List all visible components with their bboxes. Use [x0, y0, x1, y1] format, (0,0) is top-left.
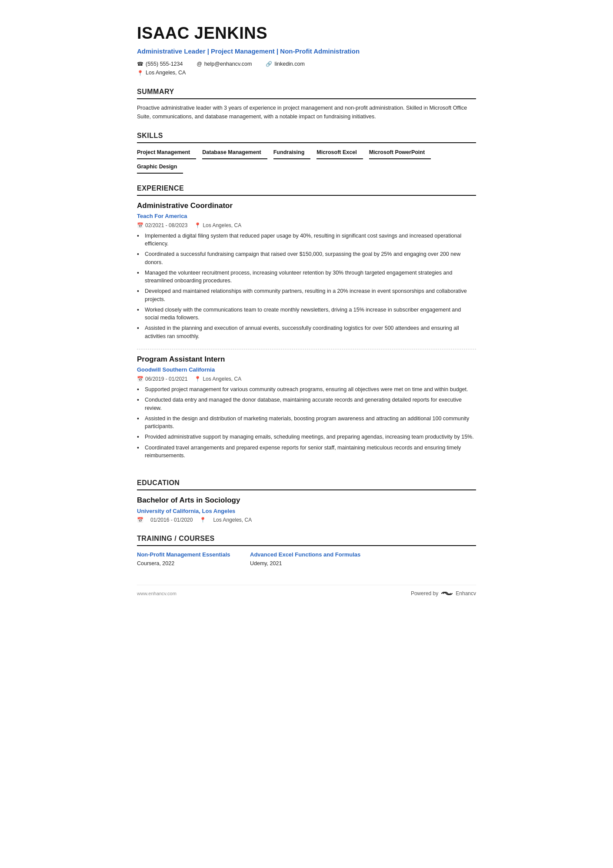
footer: www.enhancv.com Powered by Enhancv	[137, 585, 476, 597]
bullet-text: Coordinated travel arrangements and prep…	[145, 444, 476, 460]
resume-page: ISAAC JENKINS Administrative Leader | Pr…	[111, 0, 502, 623]
location-text: Los Angeles, CA	[203, 375, 241, 383]
job-location: 📍 Los Angeles, CA	[194, 221, 241, 229]
job-date: 📅 06/2019 - 01/2021	[137, 375, 187, 383]
bullet-item: Assisted in the design and distribution …	[137, 415, 476, 431]
bullet-item: Conducted data entry and managed the don…	[137, 396, 476, 412]
linkedin-item: 🔗 linkedin.com	[266, 60, 304, 68]
phone-number: (555) 555-1234	[146, 60, 183, 68]
bullet-item: Assisted in the planning and execution o…	[137, 324, 476, 341]
training-item: Advanced Excel Functions and Formulas Ud…	[250, 550, 360, 567]
contact-row: ☎ (555) 555-1234 @ help@enhancv.com 🔗 li…	[137, 60, 476, 68]
training-section-title: TRAINING / COURSES	[137, 533, 476, 546]
powered-by-text: Powered by	[411, 590, 438, 597]
skill-tag: Microsoft PowerPoint	[369, 147, 431, 159]
bullet-item: Provided administrative support by manag…	[137, 433, 476, 442]
location-row: 📍 Los Angeles, CA	[137, 69, 476, 77]
bullet-item: Worked closely with the communications t…	[137, 306, 476, 322]
footer-website: www.enhancv.com	[137, 590, 177, 597]
edu-location-icon: 📍	[200, 516, 206, 524]
email-item: @ help@enhancv.com	[197, 60, 252, 68]
bullet-item: Implemented a digital filing system that…	[137, 232, 476, 248]
header: ISAAC JENKINS Administrative Leader | Pr…	[137, 21, 476, 77]
skill-tag: Fundraising	[273, 147, 311, 159]
calendar-icon: 📅	[137, 221, 143, 229]
location-text: Los Angeles, CA	[146, 69, 186, 77]
bullet-item: Managed the volunteer recruitment proces…	[137, 269, 476, 285]
bullet-list: Supported project management for various…	[137, 385, 476, 460]
training-detail: Udemy, 2021	[250, 560, 360, 568]
bullet-text: Worked closely with the communications t…	[145, 306, 476, 322]
skill-tag: Project Management	[137, 147, 196, 159]
skill-tag: Microsoft Excel	[316, 147, 363, 159]
bullet-text: Assisted in the design and distribution …	[145, 415, 476, 431]
summary-section-title: SUMMARY	[137, 87, 476, 99]
bullet-text: Coordinated a successful fundraising cam…	[145, 250, 476, 267]
location-icon: 📍	[137, 69, 143, 77]
job-title: Program Assistant Intern	[137, 354, 476, 365]
enhancv-logo: Powered by Enhancv	[411, 590, 476, 597]
company-name: Teach For America	[137, 212, 476, 221]
skills-grid: Project ManagementDatabase ManagementFun…	[137, 147, 476, 174]
skill-tag: Database Management	[202, 147, 267, 159]
training-section: TRAINING / COURSES Non-Profit Management…	[137, 533, 476, 567]
bullet-item: Supported project management for various…	[137, 385, 476, 394]
location-text: Los Angeles, CA	[203, 221, 241, 229]
candidate-title: Administrative Leader | Project Manageme…	[137, 47, 476, 57]
education-list: Bachelor of Arts in Sociology University…	[137, 495, 476, 524]
job-meta: 📅 02/2021 - 08/2023 📍 Los Angeles, CA	[137, 221, 476, 229]
bullet-item: Coordinated travel arrangements and prep…	[137, 444, 476, 460]
edu-meta: 📅 01/2016 - 01/2020 📍 Los Angeles, CA	[137, 516, 476, 524]
training-title: Advanced Excel Functions and Formulas	[250, 550, 360, 559]
edu-calendar-icon: 📅	[137, 516, 143, 524]
bullet-list: Implemented a digital filing system that…	[137, 232, 476, 341]
experience-list: Administrative Coordinator Teach For Ame…	[137, 200, 476, 469]
training-grid: Non-Profit Management Essentials Courser…	[137, 550, 476, 567]
bullet-item: Developed and maintained relationships w…	[137, 287, 476, 304]
edu-date-range: 01/2016 - 01/2020	[150, 516, 193, 524]
experience-section: EXPERIENCE Administrative Coordinator Te…	[137, 183, 476, 469]
experience-entry: Administrative Coordinator Teach For Ame…	[137, 200, 476, 349]
job-date: 📅 02/2021 - 08/2023	[137, 221, 187, 229]
job-meta: 📅 06/2019 - 01/2021 📍 Los Angeles, CA	[137, 375, 476, 383]
school-name: University of California, Los Angeles	[137, 507, 476, 516]
bullet-text: Conducted data entry and managed the don…	[145, 396, 476, 412]
enhancv-logo-icon	[441, 590, 453, 597]
email-address: help@enhancv.com	[204, 60, 252, 68]
linkedin-icon: 🔗	[266, 60, 272, 68]
date-range: 06/2019 - 01/2021	[145, 375, 187, 383]
company-name: Goodwill Southern California	[137, 365, 476, 374]
training-title: Non-Profit Management Essentials	[137, 550, 233, 559]
linkedin-url: linkedin.com	[274, 60, 304, 68]
calendar-icon: 📅	[137, 375, 143, 383]
skills-section-title: SKILLS	[137, 131, 476, 143]
experience-section-title: EXPERIENCE	[137, 183, 476, 196]
bullet-text: Managed the volunteer recruitment proces…	[145, 269, 476, 285]
education-section: EDUCATION Bachelor of Arts in Sociology …	[137, 478, 476, 524]
candidate-name: ISAAC JENKINS	[137, 21, 476, 46]
edu-location: Los Angeles, CA	[213, 516, 252, 524]
skills-section: SKILLS Project ManagementDatabase Manage…	[137, 131, 476, 174]
phone-icon: ☎	[137, 60, 143, 68]
job-title: Administrative Coordinator	[137, 200, 476, 211]
education-entry: Bachelor of Arts in Sociology University…	[137, 495, 476, 524]
summary-text: Proactive administrative leader with 3 y…	[137, 104, 476, 121]
summary-section: SUMMARY Proactive administrative leader …	[137, 87, 476, 121]
phone-item: ☎ (555) 555-1234	[137, 60, 183, 68]
bullet-text: Implemented a digital filing system that…	[145, 232, 476, 248]
skill-tag: Graphic Design	[137, 162, 183, 174]
degree-title: Bachelor of Arts in Sociology	[137, 495, 476, 506]
date-range: 02/2021 - 08/2023	[145, 221, 187, 229]
bullet-item: Coordinated a successful fundraising cam…	[137, 250, 476, 267]
email-icon: @	[197, 60, 202, 68]
bullet-text: Provided administrative support by manag…	[145, 433, 474, 441]
training-detail: Coursera, 2022	[137, 560, 233, 568]
location-pin-icon: 📍	[194, 221, 201, 229]
location-pin-icon: 📍	[194, 375, 201, 383]
bullet-text: Supported project management for various…	[145, 385, 468, 394]
bullet-text: Developed and maintained relationships w…	[145, 287, 476, 304]
training-item: Non-Profit Management Essentials Courser…	[137, 550, 233, 567]
bullet-text: Assisted in the planning and execution o…	[145, 324, 476, 341]
education-section-title: EDUCATION	[137, 478, 476, 490]
enhancv-brand: Enhancv	[456, 590, 476, 597]
